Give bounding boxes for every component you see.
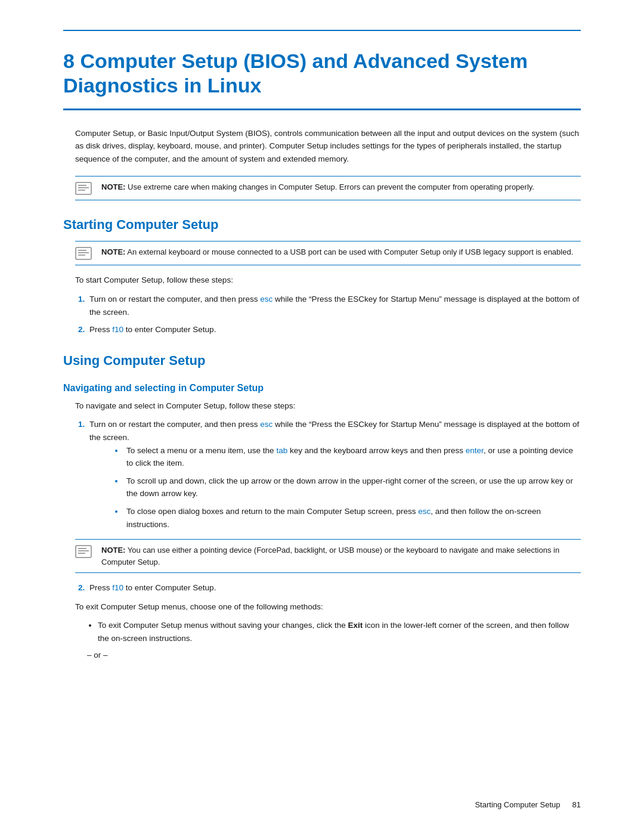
key-f10-1: f10 [112, 325, 123, 334]
key-esc-2: esc [260, 420, 273, 429]
or-separator: – or – [87, 651, 581, 659]
key-esc-3: esc [418, 507, 431, 516]
note-icon-1 [75, 182, 97, 195]
note-icon-3 [75, 545, 97, 558]
note-box-1: NOTE: Use extreme care when making chang… [75, 176, 581, 200]
note-icon-svg-3 [75, 545, 93, 558]
note-content-3: NOTE: You can use either a pointing devi… [101, 544, 574, 568]
note-text-1: Use extreme care when making changes in … [128, 182, 534, 191]
chapter-title: 8 Computer Setup (BIOS) and Advanced Sys… [63, 49, 581, 110]
svg-rect-8 [76, 546, 91, 558]
footer-section-label: Starting Computer Setup [475, 800, 560, 809]
chapter-number: 8 [63, 49, 75, 72]
section-title-using: Using Computer Setup [63, 353, 581, 368]
navigating-step-1: Turn on or restart the computer, and the… [87, 418, 581, 531]
svg-rect-0 [76, 182, 91, 194]
exit-bullets: To exit Computer Setup menus without sav… [98, 619, 581, 645]
navigating-steps-list: Turn on or restart the computer, and the… [87, 418, 581, 531]
bullet-close: To close open dialog boxes and return to… [124, 505, 581, 531]
svg-rect-10 [78, 550, 89, 552]
note-label-2: NOTE: [101, 247, 125, 256]
chapter-title-text: Computer Setup (BIOS) and Advanced Syste… [63, 49, 528, 97]
key-esc-1: esc [260, 295, 273, 304]
note-box-3: NOTE: You can use either a pointing devi… [75, 539, 581, 573]
bullet-scroll: To scroll up and down, click the up arro… [124, 475, 581, 500]
svg-rect-11 [78, 553, 85, 554]
note-text-2: An external keyboard or mouse connected … [127, 247, 573, 256]
note-content-1: NOTE: Use extreme care when making chang… [101, 181, 534, 193]
navigating-bullets: To select a menu or a menu item, use the… [124, 444, 581, 531]
exit-bullet-1: To exit Computer Setup menus without sav… [98, 619, 581, 645]
section-title-starting: Starting Computer Setup [63, 217, 581, 233]
navigating-step-2: Press f10 to enter Computer Setup. [87, 581, 581, 594]
svg-rect-7 [78, 255, 85, 256]
starting-intro-text: To start Computer Setup, follow these st… [75, 274, 581, 287]
intro-paragraph: Computer Setup, or Basic Input/Output Sy… [75, 127, 581, 166]
footer-page-number: 81 [572, 800, 581, 809]
subsection-title-navigating: Navigating and selecting in Computer Set… [63, 383, 581, 394]
navigating-step2-list: Press f10 to enter Computer Setup. [87, 581, 581, 594]
note-label-1: NOTE: [101, 182, 125, 191]
starting-step-2: Press f10 to enter Computer Setup. [87, 323, 581, 336]
svg-rect-1 [78, 185, 86, 186]
note-label-3: NOTE: [101, 546, 125, 555]
note-icon-svg-1 [75, 182, 93, 195]
note-icon-svg-2 [75, 247, 93, 260]
key-f10-2: f10 [112, 583, 123, 592]
starting-steps-list: Turn on or restart the computer, and the… [87, 293, 581, 336]
svg-rect-6 [78, 252, 89, 253]
note-icon-2 [75, 247, 97, 260]
svg-rect-3 [78, 190, 85, 191]
key-enter: enter [466, 446, 484, 455]
note-content-2: NOTE: An external keyboard or mouse conn… [101, 246, 573, 258]
navigating-intro-text: To navigate and select in Computer Setup… [75, 400, 581, 413]
note-text-3: You can use either a pointing device (Fo… [101, 546, 559, 566]
key-tab: tab [276, 446, 287, 455]
exit-intro-text: To exit Computer Setup menus, choose one… [75, 600, 581, 614]
exit-bold: Exit [348, 621, 363, 630]
svg-rect-9 [78, 548, 86, 549]
bullet-select: To select a menu or a menu item, use the… [124, 444, 581, 470]
page-footer: Starting Computer Setup 81 [475, 800, 581, 809]
svg-rect-2 [78, 187, 89, 188]
starting-step-1: Turn on or restart the computer, and the… [87, 293, 581, 318]
svg-rect-5 [78, 250, 86, 251]
svg-rect-4 [76, 247, 91, 259]
note-box-2: NOTE: An external keyboard or mouse conn… [75, 241, 581, 265]
